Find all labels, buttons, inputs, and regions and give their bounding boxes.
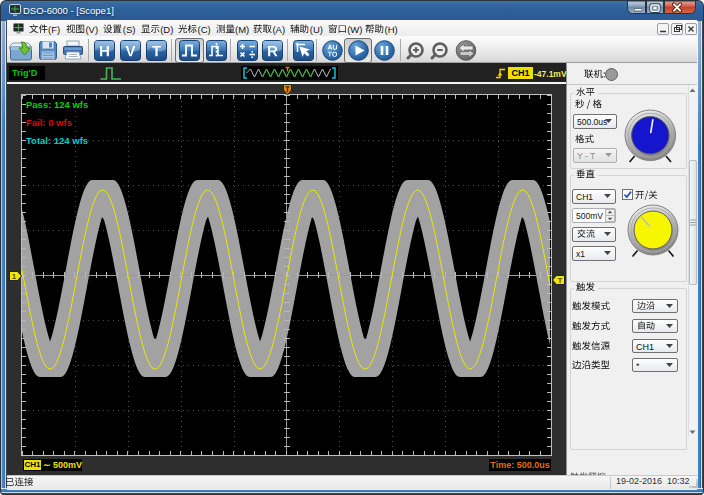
svg-text:1: 1 [12,272,17,281]
svg-text:T: T [558,276,563,285]
